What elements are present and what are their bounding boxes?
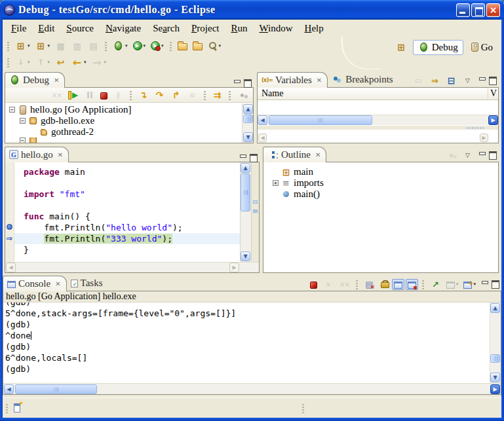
tree-expander[interactable]: − xyxy=(20,137,26,143)
minimize-view-button[interactable] xyxy=(478,77,486,84)
terminate-icon[interactable] xyxy=(308,279,319,290)
scroll-up-button[interactable]: ▲ xyxy=(490,303,500,313)
fast-view-icon[interactable] xyxy=(14,403,20,412)
trim-drag-handle[interactable] xyxy=(6,403,8,413)
tree-node[interactable]: gothread-2 xyxy=(5,126,242,137)
title-bar[interactable]: Debug - testGo/src/cmd/hello.go - Eclips… xyxy=(0,0,504,20)
scroll-up-button[interactable]: ▲ xyxy=(243,104,253,114)
view-menu-button[interactable]: ▽ xyxy=(460,149,475,162)
terminate-icon[interactable] xyxy=(98,90,109,101)
editor-overview-ruler[interactable] xyxy=(251,162,259,262)
scroll-down-button[interactable]: ▼ xyxy=(243,132,253,142)
detail-horizontal-scrollbar[interactable]: ◀ ▶ xyxy=(258,134,489,143)
view-menu-button[interactable]: ▽ xyxy=(460,74,475,87)
breakpoint-icon[interactable] xyxy=(7,224,12,230)
maximize-view-button[interactable] xyxy=(249,154,258,162)
close-tab-icon[interactable]: ✕ xyxy=(317,77,322,84)
open-perspective-button[interactable]: ⊞ xyxy=(394,41,409,54)
tab-hello-go[interactable]: hello.go ✕ xyxy=(5,147,69,162)
pin-console-icon[interactable]: ↗ xyxy=(428,278,443,291)
console-output-area[interactable]: (gdb)5^done,stack-args=[frame={level="0"… xyxy=(3,302,490,383)
minimize-view-button[interactable] xyxy=(233,79,241,87)
maximize-view-button[interactable] xyxy=(243,79,252,87)
close-tab-icon[interactable]: ✕ xyxy=(54,77,59,84)
use-step-filters-icon[interactable]: ⇉ xyxy=(210,88,225,101)
tree-node[interactable]: − xyxy=(5,137,242,143)
overview-breakpoint-marker[interactable] xyxy=(253,200,258,204)
tab-tasks[interactable]: Tasks xyxy=(67,275,108,291)
variables-detail-pane[interactable]: ◀ ▶ xyxy=(258,130,498,143)
maximize-view-button[interactable] xyxy=(491,280,499,288)
collapse-all-icon[interactable]: ⊟ xyxy=(444,74,459,87)
scroll-left-button[interactable]: ◀ xyxy=(258,115,267,125)
tab-outline[interactable]: Outline ✕ xyxy=(263,147,326,162)
view-menu-icon[interactable] xyxy=(235,88,250,101)
tree-node[interactable]: main xyxy=(269,166,498,177)
menu-window[interactable]: Window xyxy=(254,22,299,35)
menu-file[interactable]: File xyxy=(5,22,32,35)
step-over-icon[interactable]: ↷ xyxy=(152,88,167,101)
menu-search[interactable]: Search xyxy=(147,22,185,35)
overview-ip-marker[interactable] xyxy=(253,210,258,213)
variables-horizontal-scrollbar[interactable]: ◀ ▶ xyxy=(258,115,498,125)
external-tools-icon[interactable]: ▶▾ xyxy=(149,40,166,52)
scrollbar-thumb[interactable] xyxy=(269,115,372,125)
scrollbar-thumb[interactable] xyxy=(243,115,253,123)
tree-expander[interactable]: − xyxy=(9,107,15,113)
tree-expander[interactable]: − xyxy=(20,118,26,124)
scrollbar-thumb[interactable] xyxy=(241,174,250,211)
editor-horizontal-scrollbar[interactable]: ◀ ▶ xyxy=(5,262,259,272)
outline-tree[interactable]: main+importsmain() xyxy=(263,162,498,272)
tab-debug[interactable]: Debug ✕ xyxy=(5,72,65,88)
close-button[interactable]: × xyxy=(486,3,500,17)
scrollbar-thumb[interactable] xyxy=(490,354,500,363)
tree-node[interactable]: main() xyxy=(269,189,498,200)
restore-button[interactable] xyxy=(471,3,485,17)
tree-node[interactable]: −hello.go [Go Application] xyxy=(5,104,242,115)
editor-annotation-ruler[interactable]: ⇒ xyxy=(5,162,14,262)
show-logical-structures-icon[interactable]: ⇒ xyxy=(427,74,442,87)
menu-edit[interactable]: Edit xyxy=(32,22,60,35)
resume-icon[interactable]: ▶ xyxy=(66,88,81,101)
tree-node[interactable]: +imports xyxy=(269,177,498,189)
minimize-button[interactable] xyxy=(456,3,470,17)
close-tab-icon[interactable]: ✕ xyxy=(58,151,63,158)
tree-node[interactable]: −gdb-hello.exe xyxy=(5,115,242,126)
minimize-view-button[interactable] xyxy=(239,154,247,162)
minimize-view-button[interactable] xyxy=(478,151,486,159)
maximize-view-button[interactable] xyxy=(488,77,497,84)
menu-source[interactable]: Source xyxy=(60,22,100,35)
perspective-go-button[interactable]: Go xyxy=(467,41,497,54)
detail-pane-sash[interactable] xyxy=(258,125,498,130)
new-go-element-icon[interactable]: ⊞▾ xyxy=(33,39,52,52)
debug-tree[interactable]: −hello.go [Go Application]−gdb-hello.exe… xyxy=(5,103,242,143)
open-resource-icon[interactable] xyxy=(191,40,204,52)
scrollbar-thumb[interactable] xyxy=(15,384,97,394)
close-tab-icon[interactable]: ✕ xyxy=(55,280,60,287)
tab-breakpoints[interactable]: Breakpoints xyxy=(328,71,398,87)
instruction-pointer-icon[interactable]: ⇒ xyxy=(6,234,12,242)
open-type-icon[interactable] xyxy=(176,40,189,52)
scroll-up-button[interactable]: ▲ xyxy=(241,163,250,173)
tab-variables[interactable]: Variables ✕ xyxy=(257,72,328,88)
scroll-right-button[interactable]: ▶ xyxy=(488,115,498,125)
back-icon[interactable]: ←▾ xyxy=(69,56,88,69)
minimize-view-button[interactable] xyxy=(480,280,489,288)
code-editor-area[interactable]: package mainimport "fmt"func main() { fm… xyxy=(14,162,240,262)
open-console-icon[interactable]: ▾ xyxy=(461,279,478,290)
menu-navigate[interactable]: Navigate xyxy=(100,22,147,35)
tab-console[interactable]: Console ✕ xyxy=(3,276,67,291)
debug-icon[interactable]: ▾ xyxy=(111,39,130,52)
trim-drag-handle[interactable] xyxy=(302,403,304,413)
tree-expander[interactable]: + xyxy=(273,180,279,186)
step-return-icon[interactable]: ↱ xyxy=(168,88,184,101)
show-stderr-when-changed-icon[interactable] xyxy=(406,279,418,290)
scroll-lock-icon[interactable] xyxy=(378,278,391,290)
menu-help[interactable]: Help xyxy=(299,22,330,35)
show-stdout-when-changed-icon[interactable] xyxy=(392,279,404,290)
run-icon[interactable]: ▶▾ xyxy=(131,40,148,52)
scroll-left-button[interactable]: ◀ xyxy=(4,384,14,394)
scroll-down-button[interactable]: ▼ xyxy=(241,251,250,261)
menu-run[interactable]: Run xyxy=(225,22,254,35)
clear-console-icon[interactable]: ▤ xyxy=(362,278,377,291)
